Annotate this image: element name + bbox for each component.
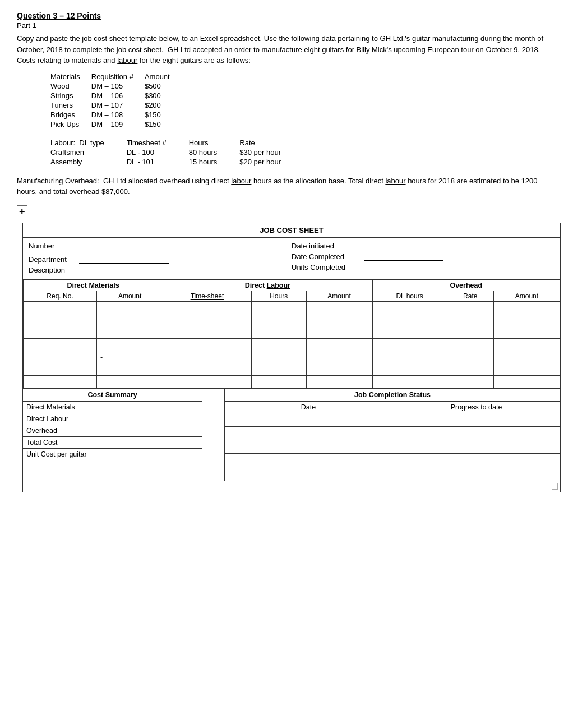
material-req: DM – 106 bbox=[91, 91, 145, 100]
summary-label: Unit Cost per guitar bbox=[23, 449, 151, 460]
intro-paragraph: Copy and paste the job cost sheet templa… bbox=[17, 33, 556, 66]
materials-row: Bridges DM – 108 $150 bbox=[50, 110, 181, 119]
cost-summary-title: Cost Summary bbox=[23, 389, 202, 402]
col-timesheet: Time-sheet bbox=[163, 291, 252, 302]
cost-summary-row: Overhead bbox=[23, 425, 202, 437]
material-req: DM – 107 bbox=[91, 100, 145, 110]
completion-date-cell-2 bbox=[225, 427, 392, 440]
material-amount: $150 bbox=[145, 110, 181, 119]
completion-progress-cell-1 bbox=[392, 413, 560, 427]
requisition-col-header: Requisition # bbox=[91, 72, 145, 81]
jcs-info-right: Date initiated Date Completed Units Comp… bbox=[292, 241, 554, 276]
timesheet-col-header: Timesheet # bbox=[127, 138, 189, 148]
labour-type: Assembly bbox=[50, 157, 127, 167]
col-dl-hours: DL hours bbox=[372, 291, 447, 302]
material-amount: $500 bbox=[145, 81, 181, 91]
dl-type-header: DL type bbox=[79, 139, 104, 147]
materials-row: Strings DM – 106 $300 bbox=[50, 91, 181, 100]
completion-progress-col: Progress to date bbox=[392, 402, 560, 494]
col-rate: Rate bbox=[447, 291, 493, 302]
completion-date-cell-3 bbox=[225, 440, 392, 454]
col-amount-oh: Amount bbox=[493, 291, 560, 302]
jcs-units-label: Units Completed bbox=[292, 263, 364, 271]
col-amount-dl: Amount bbox=[306, 291, 372, 302]
table-row bbox=[24, 376, 560, 388]
col-amount-dm: Amount bbox=[97, 291, 163, 302]
materials-row: Tuners DM – 107 $200 bbox=[50, 100, 181, 110]
summary-label: Overhead bbox=[23, 425, 151, 436]
hours-col-header: Hours bbox=[189, 138, 240, 148]
jcs-desc-label: Description bbox=[29, 266, 79, 274]
jcs-date-init-row: Date initiated bbox=[292, 241, 554, 250]
jcs-number-row: Number bbox=[29, 241, 292, 250]
completion-progress-cell-2 bbox=[392, 427, 560, 440]
jcs-dept-label: Department bbox=[29, 255, 79, 264]
jcs-date-init-label: Date initiated bbox=[292, 242, 364, 250]
labour-type: Craftsmen bbox=[50, 148, 127, 157]
summary-value bbox=[151, 449, 202, 460]
summary-label: Total Cost bbox=[23, 437, 151, 448]
labour-section: Labour: DL type Timesheet # Hours Rate C… bbox=[50, 138, 556, 167]
col-hours: Hours bbox=[251, 291, 306, 302]
october-word: October, bbox=[17, 45, 44, 54]
table-row bbox=[24, 314, 560, 326]
resize-handle-icon bbox=[552, 483, 558, 490]
materials-row: Pick Ups DM – 109 $150 bbox=[50, 119, 181, 129]
completion-date-cell-1 bbox=[225, 413, 392, 427]
job-completion-section: Job Completion Status Date Progress to d… bbox=[225, 389, 560, 481]
labour-row: Assembly DL - 101 15 hours $20 per hour bbox=[50, 157, 303, 167]
material-amount: $150 bbox=[145, 119, 181, 129]
table-row bbox=[24, 339, 560, 351]
labour-rate: $30 per hour bbox=[239, 148, 303, 157]
jcs-dept-row: Department bbox=[29, 255, 292, 264]
jcs-units-line bbox=[364, 262, 443, 271]
direct-labour-header: Direct Labour bbox=[163, 280, 372, 291]
labour-word-overhead2: labour bbox=[385, 177, 405, 185]
completion-date-cell-5 bbox=[225, 467, 392, 481]
table-row bbox=[24, 302, 560, 314]
cost-summary-row: Direct Materials bbox=[23, 402, 202, 413]
labour-hours: 80 hours bbox=[189, 148, 240, 157]
labour-col-header: Labour: DL type bbox=[50, 138, 127, 148]
jcs-title: JOB COST SHEET bbox=[23, 223, 560, 238]
completion-progress-header: Progress to date bbox=[392, 402, 560, 413]
amount-col-header: Amount bbox=[145, 72, 181, 81]
material-req: DM – 108 bbox=[91, 110, 145, 119]
jcs-number-label: Number bbox=[29, 242, 79, 250]
cost-summary-row: Total Cost bbox=[23, 437, 202, 449]
material-req: DM – 109 bbox=[91, 119, 145, 129]
page: Question 3 – 12 Points Part 1 Copy and p… bbox=[17, 11, 556, 492]
table-row bbox=[24, 326, 560, 339]
material-name: Strings bbox=[50, 91, 91, 100]
direct-materials-header: Direct Materials bbox=[24, 280, 163, 291]
completion-date-cell-4 bbox=[225, 454, 392, 467]
material-req: DM – 105 bbox=[91, 81, 145, 91]
cost-summary-section: Cost Summary Direct Materials Direct Lab… bbox=[23, 389, 202, 481]
jcs-date-comp-row: Date Completed bbox=[292, 252, 554, 261]
jcs-spacer bbox=[202, 389, 225, 481]
material-name: Wood bbox=[50, 81, 91, 91]
material-name: Tuners bbox=[50, 100, 91, 110]
labour-rate: $20 per hour bbox=[239, 157, 303, 167]
plus-icon: + bbox=[17, 205, 27, 219]
summary-value bbox=[151, 437, 202, 448]
completion-progress-cell-3 bbox=[392, 440, 560, 454]
job-completion-title: Job Completion Status bbox=[225, 389, 560, 402]
material-amount: $200 bbox=[145, 100, 181, 110]
summary-label: Direct Labour bbox=[23, 413, 151, 425]
material-name: Pick Ups bbox=[50, 119, 91, 129]
overhead-header: Overhead bbox=[372, 280, 560, 291]
summary-value bbox=[151, 425, 202, 436]
materials-row: Wood DM – 105 $500 bbox=[50, 81, 181, 91]
jcs-number-line bbox=[79, 241, 169, 250]
jcs-date-comp-label: Date Completed bbox=[292, 252, 364, 261]
cost-summary-row: Unit Cost per guitar bbox=[23, 449, 202, 460]
materials-col-header: Materials bbox=[50, 72, 91, 81]
jcs-dept-line bbox=[79, 255, 169, 264]
part-label: Part 1 bbox=[17, 21, 556, 30]
jcs-desc-line bbox=[79, 265, 169, 274]
job-completion-inner: Date Progress to date bbox=[225, 402, 560, 494]
page-title: Question 3 – 12 Points bbox=[17, 11, 556, 20]
labour-hours: 15 hours bbox=[189, 157, 240, 167]
jcs-info-left: Number Department Description bbox=[29, 241, 292, 276]
